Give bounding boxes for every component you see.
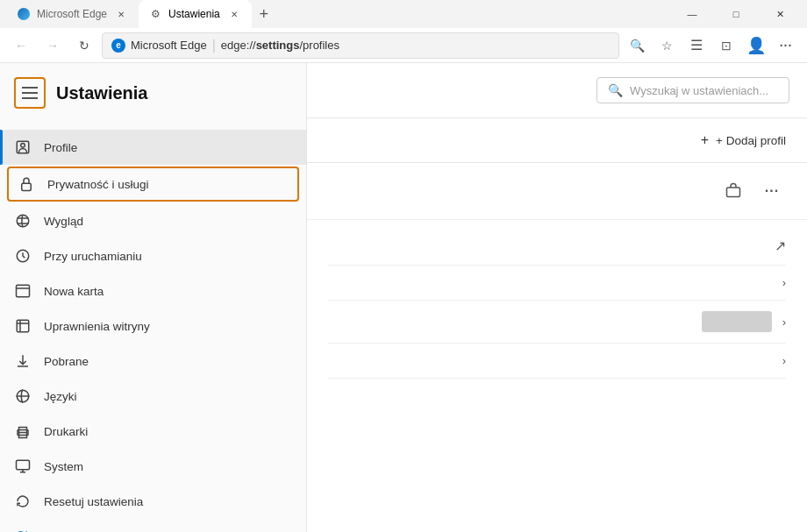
menu-icon: ··· (780, 39, 793, 53)
blurred-content (702, 311, 772, 332)
svg-point-1 (21, 144, 25, 148)
printers-nav-icon (14, 422, 32, 440)
tab-edge-label: Microsoft Edge (37, 8, 107, 20)
search-placeholder: Wyszukaj w ustawieniach... (630, 84, 768, 97)
sidebar-item-system[interactable]: System (0, 449, 306, 484)
star-icon: ☆ (661, 39, 673, 53)
privacy-nav-icon (18, 175, 35, 193)
info-row-1: ↗ (328, 227, 786, 266)
settings-search-box[interactable]: 🔍 Wyszukaj w ustawieniach... (596, 77, 789, 103)
tab-microsoft-edge[interactable]: Microsoft Edge ✕ (7, 0, 139, 28)
settings-info-rows: ↗ › › › (307, 220, 807, 386)
sidebar-title: Ustawienia (56, 83, 147, 103)
profile-more-btn[interactable]: ··· (758, 177, 786, 205)
svg-rect-12 (727, 188, 740, 197)
maximize-button[interactable]: □ (716, 0, 756, 28)
sidebar-item-siteperms-label: Uprawnienia witryny (44, 320, 150, 333)
about-nav-icon (14, 528, 32, 532)
info-row-3[interactable]: › (328, 301, 786, 344)
search-icon: 🔍 (608, 83, 623, 97)
refresh-button[interactable]: ↻ (70, 32, 98, 60)
sidebar-item-languages[interactable]: Języki (0, 379, 306, 414)
profile-btn[interactable]: 👤 (742, 32, 770, 60)
nav-right-icons: 🔍 ☆ ☰ ⊡ 👤 ··· (623, 32, 800, 60)
newtab-nav-icon (14, 282, 32, 300)
edge-icon: e (111, 39, 125, 53)
search-icon: 🔍 (630, 39, 645, 53)
navigation-bar: ← → ↻ e Microsoft Edge | edge://settings… (0, 28, 807, 63)
profile-icon: 👤 (746, 36, 766, 55)
tab-settings[interactable]: ⚙ Ustawienia ✕ (139, 0, 252, 28)
svg-rect-2 (22, 183, 32, 190)
svg-rect-6 (17, 320, 29, 332)
hamburger-line-3 (22, 97, 38, 99)
add-profile-label: + Dodaj profil (716, 134, 786, 147)
hamburger-line-2 (22, 92, 38, 94)
sidebar-item-printers[interactable]: Drukarki (0, 414, 306, 449)
edge-favicon (18, 8, 30, 20)
add-profile-row: + + Dodaj profil (307, 118, 807, 163)
address-bar[interactable]: e Microsoft Edge | edge://settings/profi… (102, 32, 619, 59)
sidebar-item-downloads[interactable]: Pobrane (0, 344, 306, 379)
sidebar-item-startup[interactable]: Przy uruchamianiu (0, 238, 306, 273)
sidebar-navigation: Profile Prywatność i usługi (0, 123, 306, 532)
sidebar-item-profile-label: Profile (44, 141, 77, 154)
address-site-name: Microsoft Edge (131, 39, 207, 52)
new-tab-button[interactable]: + (252, 2, 276, 26)
favorites-icon-btn[interactable]: ☆ (653, 32, 681, 60)
chevron-icon-2: › (782, 316, 786, 329)
startup-nav-icon (14, 247, 32, 265)
siteperms-nav-icon (14, 317, 32, 335)
address-highlight: settings (256, 39, 300, 52)
sidebar-item-about[interactable]: Microsoft Edge — informacje (0, 519, 306, 532)
sidebar-item-siteperms[interactable]: Uprawnienia witryny (0, 309, 306, 344)
tab-strip: Microsoft Edge ✕ ⚙ Ustawienia ✕ + (7, 0, 672, 28)
tab-settings-label: Ustawienia (168, 8, 220, 20)
languages-nav-icon (14, 387, 32, 405)
back-button[interactable]: ← (7, 32, 35, 60)
sidebar-item-privacy[interactable]: Prywatność i usługi (7, 167, 299, 202)
info-row-4[interactable]: › (328, 344, 786, 379)
main-content: Ustawienia Profile (0, 63, 807, 532)
forward-button[interactable]: → (39, 32, 67, 60)
sidebar-item-appearance[interactable]: Wygląd (0, 203, 306, 238)
minimize-button[interactable]: — (672, 0, 712, 28)
sidebar-item-newtab[interactable]: Nowa karta (0, 273, 306, 309)
search-row: 🔍 Wyszukaj w ustawieniach... (307, 63, 807, 118)
reading-list-icon: ☰ (690, 37, 703, 53)
title-bar: Microsoft Edge ✕ ⚙ Ustawienia ✕ + — □ ✕ (0, 0, 807, 28)
tab-edge-close[interactable]: ✕ (114, 7, 128, 21)
sidebar-header: Ustawienia (0, 63, 306, 123)
chevron-icon-1: › (782, 276, 786, 289)
sidebar-item-reset[interactable]: Resetuj ustawienia (0, 484, 306, 519)
sidebar-item-system-label: System (44, 460, 83, 473)
add-profile-button[interactable]: + + Dodaj profil (701, 132, 786, 148)
content-area: 🔍 Wyszukaj w ustawieniach... + + Dodaj p… (307, 63, 807, 532)
sidebar-item-downloads-label: Pobrane (44, 355, 89, 368)
address-divider: | (212, 38, 216, 53)
hamburger-line-1 (22, 87, 38, 89)
appearance-nav-icon (14, 212, 32, 230)
address-url: edge://settings/profiles (221, 39, 339, 52)
sidebar: Ustawienia Profile (0, 63, 307, 532)
sidebar-item-profile[interactable]: Profile (0, 130, 306, 165)
hamburger-button[interactable] (14, 77, 46, 109)
tab-settings-close[interactable]: ✕ (227, 7, 241, 21)
downloads-nav-icon (14, 352, 32, 370)
profile-nav-icon (14, 138, 32, 156)
briefcase-icon (725, 182, 741, 201)
info-row-2[interactable]: › (328, 266, 786, 301)
search-icon-btn[interactable]: 🔍 (623, 32, 651, 60)
close-button[interactable]: ✕ (760, 0, 800, 28)
sidebar-item-startup-label: Przy uruchamianiu (44, 250, 142, 263)
sidebar-item-printers-label: Drukarki (44, 425, 88, 438)
reset-nav-icon (14, 493, 32, 510)
system-nav-icon (14, 458, 32, 475)
reading-list-btn[interactable]: ☰ (682, 32, 711, 60)
add-icon: + (701, 132, 709, 148)
menu-btn[interactable]: ··· (772, 32, 800, 60)
sidebar-item-newtab-label: Nowa karta (44, 285, 104, 298)
sidebar-item-appearance-label: Wygląd (44, 215, 83, 228)
screenshot-btn[interactable]: ⊡ (712, 32, 740, 60)
profile-briefcase-btn[interactable] (719, 177, 747, 205)
